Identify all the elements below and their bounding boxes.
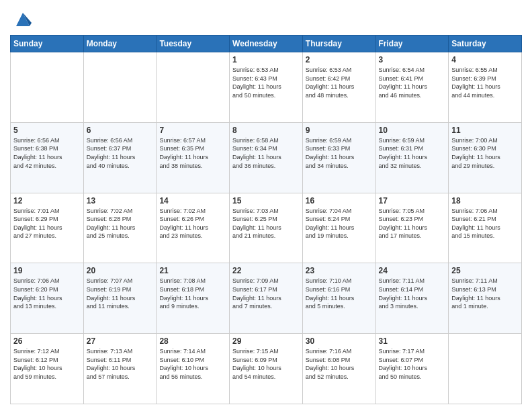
day-number: 14 (159, 196, 226, 205)
day-info: Sunrise: 7:06 AM Sunset: 6:21 PM Dayligh… (451, 207, 519, 240)
calendar-cell: 14Sunrise: 7:02 AM Sunset: 6:26 PM Dayli… (157, 193, 230, 263)
day-info: Sunrise: 6:53 AM Sunset: 6:42 PM Dayligh… (306, 66, 373, 99)
calendar-cell: 8Sunrise: 6:58 AM Sunset: 6:34 PM Daylig… (230, 122, 303, 193)
calendar-cell: 31Sunrise: 7:17 AM Sunset: 6:07 PM Dayli… (375, 334, 449, 404)
day-number: 29 (232, 336, 300, 346)
day-number: 13 (87, 196, 154, 205)
day-number: 6 (87, 126, 154, 135)
day-number: 31 (379, 336, 446, 346)
day-number: 19 (13, 266, 81, 275)
calendar-cell: 6Sunrise: 6:56 AM Sunset: 6:37 PM Daylig… (83, 122, 157, 193)
day-number: 5 (13, 126, 81, 135)
calendar-cell: 27Sunrise: 7:13 AM Sunset: 6:11 PM Dayli… (83, 334, 157, 404)
day-info: Sunrise: 7:17 AM Sunset: 6:07 PM Dayligh… (379, 347, 446, 381)
calendar-cell: 13Sunrise: 7:02 AM Sunset: 6:28 PM Dayli… (83, 193, 157, 263)
header-friday: Friday (375, 36, 449, 52)
day-number: 28 (159, 336, 226, 346)
day-info: Sunrise: 6:58 AM Sunset: 6:34 PM Dayligh… (232, 136, 300, 170)
calendar-cell: 16Sunrise: 7:04 AM Sunset: 6:24 PM Dayli… (302, 193, 375, 263)
day-number: 4 (451, 55, 519, 64)
day-info: Sunrise: 7:11 AM Sunset: 6:14 PM Dayligh… (379, 277, 446, 310)
day-number: 25 (451, 266, 519, 275)
day-info: Sunrise: 7:14 AM Sunset: 6:10 PM Dayligh… (159, 347, 226, 381)
header-tuesday: Tuesday (157, 36, 230, 52)
header (10, 7, 522, 30)
day-info: Sunrise: 7:16 AM Sunset: 6:08 PM Dayligh… (306, 347, 373, 381)
calendar-cell: 19Sunrise: 7:06 AM Sunset: 6:20 PM Dayli… (11, 263, 84, 334)
calendar-cell: 9Sunrise: 6:59 AM Sunset: 6:33 PM Daylig… (302, 122, 375, 193)
day-number: 21 (159, 266, 226, 275)
calendar-cell (83, 52, 157, 123)
calendar-cell: 29Sunrise: 7:15 AM Sunset: 6:09 PM Dayli… (230, 334, 303, 404)
day-number: 10 (379, 126, 446, 135)
calendar-cell: 21Sunrise: 7:08 AM Sunset: 6:18 PM Dayli… (157, 263, 230, 334)
header-saturday: Saturday (449, 36, 522, 52)
calendar-week-3: 19Sunrise: 7:06 AM Sunset: 6:20 PM Dayli… (11, 263, 522, 334)
logo-icon (13, 9, 33, 30)
day-info: Sunrise: 7:06 AM Sunset: 6:20 PM Dayligh… (13, 277, 81, 310)
day-number: 26 (13, 336, 81, 346)
calendar-week-0: 1Sunrise: 6:53 AM Sunset: 6:43 PM Daylig… (11, 52, 522, 123)
day-info: Sunrise: 7:12 AM Sunset: 6:12 PM Dayligh… (13, 347, 81, 381)
day-info: Sunrise: 6:56 AM Sunset: 6:37 PM Dayligh… (87, 136, 154, 170)
calendar-cell: 11Sunrise: 7:00 AM Sunset: 6:30 PM Dayli… (449, 122, 522, 193)
day-info: Sunrise: 6:59 AM Sunset: 6:31 PM Dayligh… (379, 136, 446, 170)
day-info: Sunrise: 6:53 AM Sunset: 6:43 PM Dayligh… (232, 66, 300, 99)
day-info: Sunrise: 7:03 AM Sunset: 6:25 PM Dayligh… (232, 207, 300, 240)
day-number: 17 (379, 196, 446, 205)
calendar-week-1: 5Sunrise: 6:56 AM Sunset: 6:38 PM Daylig… (11, 122, 522, 193)
day-info: Sunrise: 6:59 AM Sunset: 6:33 PM Dayligh… (306, 136, 373, 170)
day-info: Sunrise: 7:13 AM Sunset: 6:11 PM Dayligh… (87, 347, 154, 381)
calendar-cell (11, 52, 84, 123)
day-number: 11 (451, 126, 519, 135)
day-info: Sunrise: 7:07 AM Sunset: 6:19 PM Dayligh… (87, 277, 154, 310)
calendar-cell: 2Sunrise: 6:53 AM Sunset: 6:42 PM Daylig… (302, 52, 375, 123)
day-number: 3 (379, 55, 446, 64)
calendar-cell (157, 52, 230, 123)
calendar-cell: 28Sunrise: 7:14 AM Sunset: 6:10 PM Dayli… (157, 334, 230, 404)
calendar-cell: 25Sunrise: 7:11 AM Sunset: 6:13 PM Dayli… (449, 263, 522, 334)
day-info: Sunrise: 7:08 AM Sunset: 6:18 PM Dayligh… (159, 277, 226, 310)
day-info: Sunrise: 6:54 AM Sunset: 6:41 PM Dayligh… (379, 66, 446, 99)
day-number: 20 (87, 266, 154, 275)
calendar-cell: 23Sunrise: 7:10 AM Sunset: 6:16 PM Dayli… (302, 263, 375, 334)
calendar-table: Sunday Monday Tuesday Wednesday Thursday… (10, 35, 522, 404)
day-info: Sunrise: 7:09 AM Sunset: 6:17 PM Dayligh… (232, 277, 300, 310)
header-monday: Monday (83, 36, 157, 52)
calendar-cell: 24Sunrise: 7:11 AM Sunset: 6:14 PM Dayli… (375, 263, 449, 334)
day-info: Sunrise: 7:02 AM Sunset: 6:28 PM Dayligh… (87, 207, 154, 240)
calendar-cell: 12Sunrise: 7:01 AM Sunset: 6:29 PM Dayli… (11, 193, 84, 263)
header-thursday: Thursday (302, 36, 375, 52)
day-number: 7 (159, 126, 226, 135)
day-info: Sunrise: 6:57 AM Sunset: 6:35 PM Dayligh… (159, 136, 226, 170)
calendar-week-4: 26Sunrise: 7:12 AM Sunset: 6:12 PM Dayli… (11, 334, 522, 404)
day-number: 16 (306, 196, 373, 205)
day-info: Sunrise: 7:04 AM Sunset: 6:24 PM Dayligh… (306, 207, 373, 240)
day-number: 1 (232, 55, 300, 64)
day-info: Sunrise: 7:00 AM Sunset: 6:30 PM Dayligh… (451, 136, 519, 170)
calendar-cell: 26Sunrise: 7:12 AM Sunset: 6:12 PM Dayli… (11, 334, 84, 404)
calendar-cell: 5Sunrise: 6:56 AM Sunset: 6:38 PM Daylig… (11, 122, 84, 193)
header-sunday: Sunday (11, 36, 84, 52)
day-number: 15 (232, 196, 300, 205)
day-info: Sunrise: 7:15 AM Sunset: 6:09 PM Dayligh… (232, 347, 300, 381)
day-info: Sunrise: 7:05 AM Sunset: 6:23 PM Dayligh… (379, 207, 446, 240)
day-info: Sunrise: 6:56 AM Sunset: 6:38 PM Dayligh… (13, 136, 81, 170)
day-number: 2 (306, 55, 373, 64)
day-info: Sunrise: 6:55 AM Sunset: 6:39 PM Dayligh… (451, 66, 519, 99)
day-number: 18 (451, 196, 519, 205)
day-info: Sunrise: 7:02 AM Sunset: 6:26 PM Dayligh… (159, 207, 226, 240)
day-number: 30 (306, 336, 373, 346)
calendar-cell: 7Sunrise: 6:57 AM Sunset: 6:35 PM Daylig… (157, 122, 230, 193)
calendar-week-2: 12Sunrise: 7:01 AM Sunset: 6:29 PM Dayli… (11, 193, 522, 263)
day-number: 24 (379, 266, 446, 275)
day-number: 27 (87, 336, 154, 346)
calendar-cell: 1Sunrise: 6:53 AM Sunset: 6:43 PM Daylig… (230, 52, 303, 123)
calendar-cell: 17Sunrise: 7:05 AM Sunset: 6:23 PM Dayli… (375, 193, 449, 263)
logo (10, 9, 33, 30)
calendar-cell: 30Sunrise: 7:16 AM Sunset: 6:08 PM Dayli… (302, 334, 375, 404)
calendar-cell: 4Sunrise: 6:55 AM Sunset: 6:39 PM Daylig… (449, 52, 522, 123)
page-container: Sunday Monday Tuesday Wednesday Thursday… (0, 0, 532, 411)
day-info: Sunrise: 7:11 AM Sunset: 6:13 PM Dayligh… (451, 277, 519, 310)
calendar-cell: 15Sunrise: 7:03 AM Sunset: 6:25 PM Dayli… (230, 193, 303, 263)
